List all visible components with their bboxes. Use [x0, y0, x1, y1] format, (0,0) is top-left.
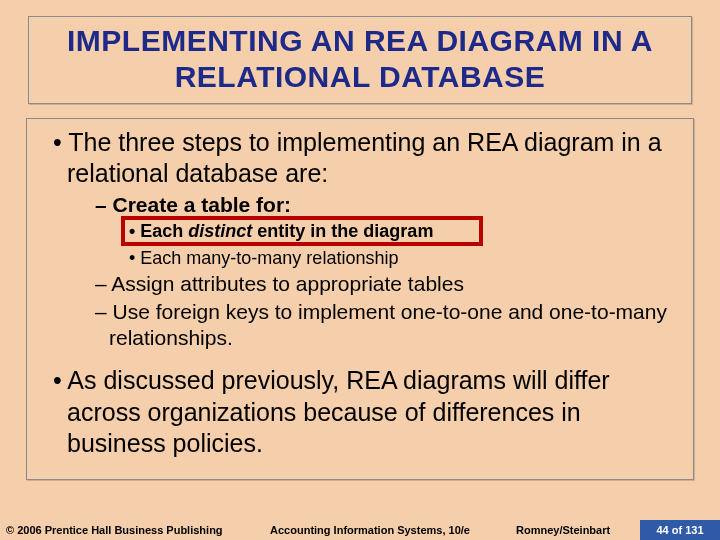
footer-page-number: 44 of 131 — [640, 520, 720, 540]
text-entity: entity in the diagram — [252, 221, 433, 241]
highlighted-subpoint-wrap: Each distinct entity in the diagram — [43, 220, 677, 243]
bullet-assign-attributes: Assign attributes to appropriate tables — [109, 271, 677, 297]
footer-book: Accounting Information Systems, 10/e — [230, 524, 510, 536]
footer-authors: Romney/Steinbart — [510, 524, 640, 536]
slide-title-box: IMPLEMENTING AN REA DIAGRAM IN A RELATIO… — [28, 16, 692, 104]
text-each: Each — [140, 221, 188, 241]
bullet-many-to-many: Each many-to-many relationship — [141, 247, 677, 270]
slide-content-box: The three steps to implementing an REA d… — [26, 118, 694, 480]
bullet-create-table: Create a table for: — [109, 192, 677, 218]
slide-footer: © 2006 Prentice Hall Business Publishing… — [0, 520, 720, 540]
text-distinct: distinct — [188, 221, 252, 241]
slide-title: IMPLEMENTING AN REA DIAGRAM IN A RELATIO… — [39, 23, 681, 95]
bullet-three-steps: The three steps to implementing an REA d… — [67, 127, 677, 190]
bullet-foreign-keys: Use foreign keys to implement one-to-one… — [109, 299, 677, 352]
bullet-as-discussed: As discussed previously, REA diagrams wi… — [67, 365, 677, 459]
bullet-distinct-entity: Each distinct entity in the diagram — [141, 220, 677, 243]
footer-copyright: © 2006 Prentice Hall Business Publishing — [0, 524, 230, 536]
